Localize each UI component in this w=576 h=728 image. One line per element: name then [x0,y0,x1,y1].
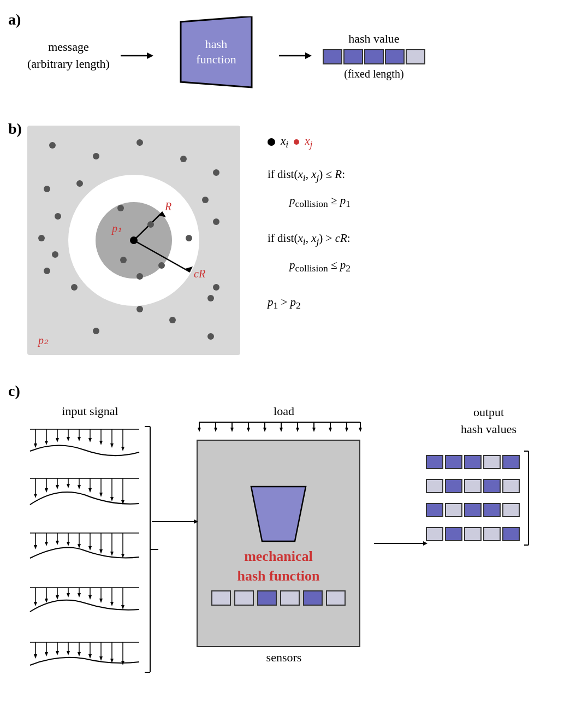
math-p1-gt-p2: p1 > p2 [268,292,551,315]
svg-marker-33 [110,443,114,448]
sensors-label: sensors [197,650,371,665]
out-block [483,527,501,541]
scatter-dot [44,186,50,192]
svg-marker-76 [34,602,37,606]
svg-marker-31 [99,441,103,445]
svg-marker-97 [45,652,48,656]
svg-marker-6 [305,52,312,59]
svg-marker-90 [110,602,114,606]
arrow-1 [121,49,153,62]
math-p-collision-geq: pcollision ≥ p1 [289,191,551,213]
sensor-block-6 [326,590,346,606]
svg-marker-130 [312,428,316,432]
output-rows [426,455,520,541]
svg-text:p₂: p₂ [37,334,49,347]
scatter-dot [76,180,83,187]
svg-marker-69 [99,549,103,554]
svg-marker-82 [67,593,70,597]
out-block [445,527,462,541]
input-signal-label: input signal [27,404,153,418]
scatter-dot [207,333,214,340]
scatter-dot [147,221,154,228]
legend-xi: xi [281,131,288,153]
hash-block-1 [323,49,342,64]
svg-text:hash: hash [205,37,227,51]
out-block [464,479,482,493]
section-b-label: b) [8,120,22,138]
outer-ring [68,175,199,306]
out-block [502,527,520,541]
out-block [483,503,501,517]
scatter-dot [207,295,214,301]
sensor-block-5 [303,590,323,606]
svg-marker-63 [67,542,70,546]
svg-marker-23 [56,438,59,442]
out-block [502,479,520,493]
svg-marker-40 [45,488,48,493]
hash-function-box: hash function [164,16,268,95]
section-a: a) message (arbitrary length) hash funct… [0,5,576,120]
flow-diagram: message (arbitrary length) hash function… [27,16,425,95]
section-a-label: a) [8,11,21,28]
svg-marker-48 [88,488,92,493]
svg-marker-25 [67,437,70,441]
svg-marker-95 [34,654,37,659]
svg-marker-118 [214,428,217,432]
lsh-math: xi xj if dist(xi, xj) ≤ R: pcollision ≥ … [268,131,551,319]
svg-marker-92 [121,605,124,609]
out-block [426,527,443,541]
scatter-dot [158,262,165,269]
svg-text:function: function [196,52,236,66]
out-block [502,503,520,517]
svg-marker-103 [78,652,81,656]
svg-marker-2 [181,16,252,87]
scatter-dot [169,317,176,323]
dot-xi-icon [268,138,275,146]
lsh-legend: xi xj [268,131,551,153]
scatter-dot [202,197,209,203]
lsh-diagram: R cR p₁ p₂ [27,126,240,355]
svg-marker-88 [99,599,103,603]
sensor-block-1 [211,590,231,606]
scatter-dot [117,205,124,211]
scatter-dot [213,169,219,176]
section-c-label: c) [8,382,20,400]
hash-value-label: hash value [348,32,399,46]
mechanical-hash-box-area: load [197,404,371,666]
mech-label: mechanical hash function [237,547,320,587]
svg-marker-124 [263,428,266,432]
svg-marker-126 [280,428,283,432]
mech-trap-svg [240,481,317,547]
fixed-length-label: (fixed length) [344,68,403,80]
svg-marker-52 [110,497,114,501]
svg-marker-42 [56,485,59,489]
scatter-dot [136,306,143,312]
legend-xj: xj [305,131,312,153]
scatter-dot [93,328,99,334]
out-block [445,455,462,469]
svg-marker-78 [45,599,48,603]
message-label: message (arbitrary length) [27,39,110,73]
scatter-dot [93,153,99,159]
svg-marker-137 [251,487,306,541]
svg-marker-134 [345,428,348,432]
out-block [426,503,443,517]
svg-marker-67 [88,546,92,551]
hash-value-area: hash value (fixed length) [323,32,425,80]
load-arrows-svg [197,421,366,437]
svg-marker-57 [34,545,37,549]
svg-marker-46 [78,485,81,489]
sensor-block-3 [257,590,277,606]
out-block [464,455,482,469]
output-row-4 [426,527,520,541]
center-dot [130,236,138,244]
scatter-dot [120,257,127,263]
svg-marker-101 [67,651,70,655]
svg-marker-120 [230,428,234,432]
output-label: output hash values [426,404,551,438]
hash-block-5 [406,49,425,64]
math-if-dist-1: if dist(xi, xj) ≤ R: [268,164,551,187]
output-area: output hash values [426,404,551,666]
svg-marker-29 [88,438,92,442]
scatter-dot [71,284,78,291]
